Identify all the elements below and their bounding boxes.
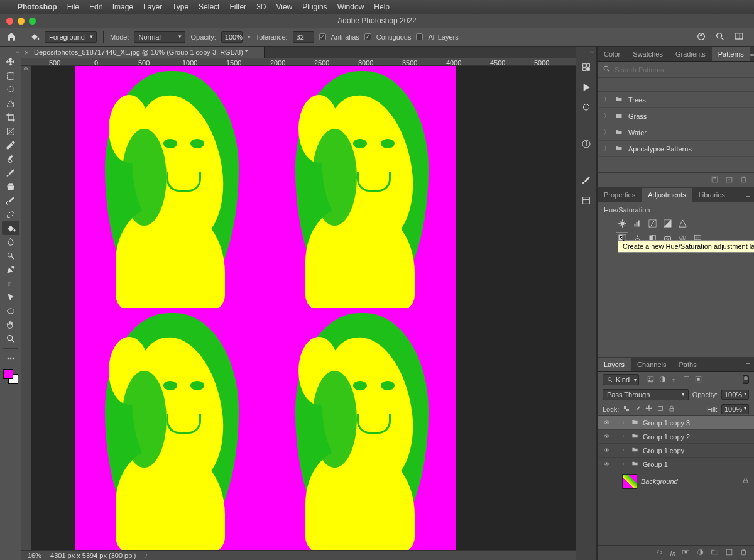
paint-bucket-icon[interactable] bbox=[30, 31, 40, 43]
layer-group-1[interactable]: 〉 Group 1 bbox=[598, 458, 754, 471]
layer-group-1-copy[interactable]: 〉 Group 1 copy bbox=[598, 444, 754, 458]
all-layers-checkbox[interactable] bbox=[416, 33, 423, 40]
filter-smart-icon[interactable] bbox=[694, 375, 702, 385]
healing-brush-tool-icon[interactable] bbox=[2, 152, 19, 166]
levels-icon[interactable] bbox=[631, 217, 643, 229]
layer-mask-icon[interactable] bbox=[682, 548, 690, 557]
lock-artboard-icon[interactable] bbox=[657, 405, 664, 414]
history-brush-tool-icon[interactable] bbox=[2, 194, 19, 207]
filter-toggle[interactable] bbox=[743, 375, 749, 384]
panel-menu-icon[interactable]: ≡ bbox=[750, 50, 754, 58]
menu-edit[interactable]: Edit bbox=[89, 3, 102, 11]
visibility-icon[interactable] bbox=[603, 447, 611, 454]
blend-mode-dropdown[interactable]: Normal bbox=[134, 31, 185, 43]
visibility-icon[interactable] bbox=[603, 461, 611, 468]
edit-toolbar-icon[interactable] bbox=[2, 351, 19, 365]
app-name[interactable]: Photoshop bbox=[18, 3, 57, 11]
menu-filter[interactable]: Filter bbox=[229, 3, 246, 11]
window-zoom-button[interactable] bbox=[29, 18, 36, 25]
move-tool-icon[interactable] bbox=[2, 55, 19, 69]
color-swatches[interactable] bbox=[3, 369, 18, 384]
tab-layers[interactable]: Layers bbox=[598, 358, 631, 371]
menu-file[interactable]: File bbox=[67, 3, 79, 11]
history-panel-icon[interactable] bbox=[578, 59, 594, 75]
save-preset-icon[interactable] bbox=[711, 175, 719, 185]
layer-group-1-copy-3[interactable]: 〉 Group 1 copy 3 bbox=[598, 416, 754, 430]
menu-select[interactable]: Select bbox=[199, 3, 219, 11]
panel-menu-icon[interactable]: ≡ bbox=[746, 191, 754, 199]
status-chevron-icon[interactable]: 〉 bbox=[145, 551, 151, 560]
contiguous-checkbox[interactable] bbox=[364, 33, 371, 40]
delete-layer-icon[interactable] bbox=[740, 548, 748, 557]
foreground-color[interactable] bbox=[3, 369, 13, 379]
actions-panel-icon[interactable] bbox=[578, 79, 594, 96]
lock-position-icon[interactable] bbox=[645, 405, 653, 414]
disclosure-icon[interactable]: 〉 bbox=[622, 419, 627, 426]
disclosure-icon[interactable]: 〉 bbox=[622, 447, 627, 454]
filter-type-icon[interactable]: T bbox=[670, 375, 679, 385]
paint-bucket-tool-icon[interactable] bbox=[2, 221, 19, 235]
crop-tool-icon[interactable] bbox=[2, 111, 19, 124]
pattern-folder-grass[interactable]: 〉Grass bbox=[598, 108, 754, 124]
fill-input[interactable]: 100% bbox=[721, 404, 749, 414]
layer-background[interactable]: Background bbox=[598, 471, 754, 491]
pattern-folder-water[interactable]: 〉Water bbox=[598, 124, 754, 141]
window-close-button[interactable] bbox=[6, 18, 13, 25]
anti-alias-checkbox[interactable] bbox=[319, 33, 326, 40]
exposure-icon[interactable] bbox=[662, 217, 673, 229]
panel-menu-icon[interactable]: ≡ bbox=[746, 361, 754, 368]
tab-libraries[interactable]: Libraries bbox=[692, 188, 731, 202]
vertical-ruler[interactable]: 0 bbox=[21, 66, 31, 550]
search-icon[interactable] bbox=[715, 31, 725, 43]
filter-pixel-icon[interactable] bbox=[647, 375, 655, 385]
filter-adjustment-icon[interactable] bbox=[658, 375, 667, 385]
marquee-tool-icon[interactable] bbox=[2, 69, 19, 83]
new-group-icon[interactable] bbox=[725, 175, 733, 185]
shape-tool-icon[interactable] bbox=[2, 304, 19, 318]
tab-paths[interactable]: Paths bbox=[673, 358, 703, 371]
filter-shape-icon[interactable] bbox=[682, 375, 691, 385]
info-panel-icon[interactable] bbox=[578, 136, 594, 152]
workspace-icon[interactable] bbox=[734, 31, 744, 43]
window-minimize-button[interactable] bbox=[18, 18, 25, 25]
lock-pixels-icon[interactable] bbox=[634, 405, 642, 414]
home-icon[interactable] bbox=[6, 31, 16, 43]
type-tool-icon[interactable]: T bbox=[2, 277, 19, 290]
lock-icon[interactable] bbox=[742, 477, 749, 485]
document-tab[interactable]: × Depositphotos_518717440_XL.jpg @ 16% (… bbox=[21, 47, 265, 58]
path-select-tool-icon[interactable] bbox=[2, 290, 19, 304]
layer-filter-kind-dropdown[interactable]: Kind bbox=[603, 374, 639, 385]
frame-tool-icon[interactable] bbox=[2, 124, 19, 138]
tab-properties[interactable]: Properties bbox=[598, 188, 642, 202]
dodge-tool-icon[interactable] bbox=[2, 249, 19, 263]
layer-opacity-input[interactable]: 100% bbox=[721, 390, 749, 400]
eyedropper-tool-icon[interactable] bbox=[2, 138, 19, 152]
blur-tool-icon[interactable] bbox=[2, 235, 19, 249]
visibility-icon[interactable] bbox=[603, 433, 611, 441]
toolbox-expand-icon[interactable]: ›› bbox=[16, 49, 21, 55]
pattern-search-input[interactable] bbox=[615, 66, 749, 74]
brush-tool-icon[interactable] bbox=[2, 166, 19, 180]
brushes-panel-icon[interactable] bbox=[578, 172, 594, 189]
adjustment-layer-icon[interactable] bbox=[696, 548, 704, 557]
menu-3d[interactable]: 3D bbox=[256, 3, 266, 11]
tab-adjustments[interactable]: Adjustments bbox=[642, 188, 692, 202]
tab-swatches[interactable]: Swatches bbox=[626, 47, 669, 61]
brush-settings-panel-icon[interactable] bbox=[578, 192, 594, 209]
zoom-level[interactable]: 16% bbox=[28, 552, 41, 559]
visibility-icon[interactable] bbox=[603, 419, 611, 427]
lock-all-icon[interactable] bbox=[668, 405, 675, 414]
expand-panels-icon[interactable]: ‹‹ bbox=[590, 49, 596, 55]
curves-icon[interactable] bbox=[647, 217, 658, 229]
layer-group-1-copy-2[interactable]: 〉 Group 1 copy 2 bbox=[598, 430, 754, 444]
disclosure-icon[interactable]: 〉 bbox=[622, 433, 627, 440]
opacity-input[interactable]: 100% bbox=[221, 31, 243, 43]
close-tab-icon[interactable]: × bbox=[21, 48, 29, 57]
tab-patterns[interactable]: Patterns bbox=[712, 47, 750, 61]
pattern-folder-apocalypse[interactable]: 〉Apocalypse Patterns bbox=[598, 141, 754, 157]
menu-view[interactable]: View bbox=[276, 3, 292, 11]
cloud-docs-icon[interactable] bbox=[696, 31, 706, 43]
tab-gradients[interactable]: Gradients bbox=[669, 47, 712, 61]
menu-window[interactable]: Window bbox=[337, 3, 364, 11]
hand-tool-icon[interactable] bbox=[2, 318, 19, 332]
